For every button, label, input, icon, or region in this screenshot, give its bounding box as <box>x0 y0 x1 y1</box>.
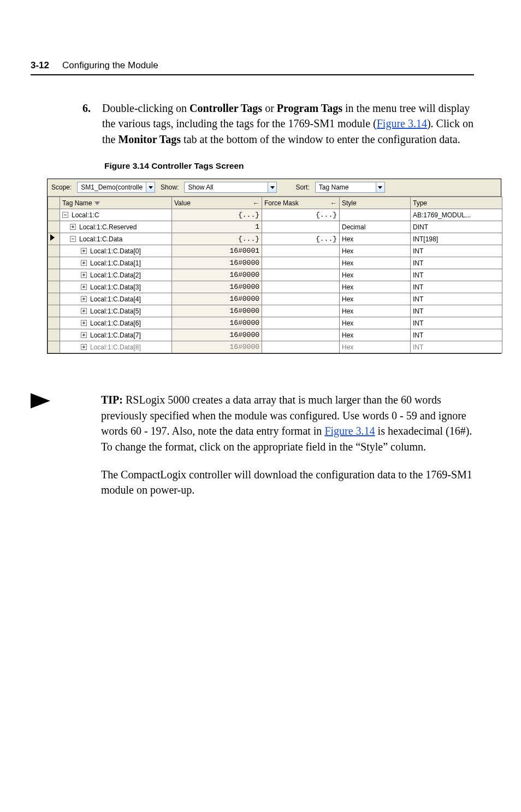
cell-tag-name[interactable]: +Local:1:C.Data[3] <box>60 281 172 293</box>
cell-force-mask[interactable] <box>262 293 340 305</box>
col-header-tag-name[interactable]: Tag Name <box>60 197 172 209</box>
table-row[interactable]: +Local:1:C.Data[8]16#0000HexINT <box>48 341 502 353</box>
cell-tag-name[interactable]: +Local:1:C.Reserved <box>60 221 172 233</box>
table-row[interactable]: +Local:1:C.Reserved1DecimalDINT <box>48 221 502 233</box>
cell-style[interactable]: Decimal <box>340 221 411 233</box>
table-row[interactable]: +Local:1:C.Data[5]16#0000HexINT <box>48 305 502 317</box>
cell-style[interactable]: Hex <box>340 245 411 257</box>
chevron-down-icon[interactable] <box>376 182 384 192</box>
chevron-down-icon[interactable] <box>146 182 155 192</box>
cell-tag-name[interactable]: +Local:1:C.Data[7] <box>60 329 172 341</box>
bold-program-tags: Program Tags <box>277 102 342 114</box>
cell-value[interactable]: 16#0000 <box>172 269 262 281</box>
col-header-type[interactable]: Type <box>411 197 502 209</box>
col-header-force-mask[interactable]: Force Mask← <box>262 197 340 209</box>
cell-force-mask[interactable] <box>262 317 340 329</box>
col-header-style[interactable]: Style <box>340 197 411 209</box>
cell-value[interactable]: 16#0000 <box>172 293 262 305</box>
table-row[interactable]: −Local:1:C.Data{...}{...}HexINT[198] <box>48 233 502 245</box>
expand-icon[interactable]: + <box>81 332 87 338</box>
expand-icon[interactable]: + <box>81 284 87 290</box>
row-header[interactable] <box>48 305 60 317</box>
cell-force-mask[interactable]: {...} <box>262 233 340 245</box>
col-header-value[interactable]: Value← <box>172 197 262 209</box>
cell-force-mask[interactable] <box>262 257 340 269</box>
table-row[interactable]: +Local:1:C.Data[1]16#0000HexINT <box>48 257 502 269</box>
cell-style[interactable]: Hex <box>340 269 411 281</box>
table-row[interactable]: +Local:1:C.Data[3]16#0000HexINT <box>48 281 502 293</box>
table-row[interactable]: +Local:1:C.Data[0]16#0001HexINT <box>48 245 502 257</box>
link-figure-3-14[interactable]: Figure 3.14 <box>324 425 375 437</box>
show-dropdown[interactable]: Show All <box>184 182 277 193</box>
link-figure-3-14[interactable]: Figure 3.14 <box>377 117 427 129</box>
cell-value[interactable]: 16#0000 <box>172 305 262 317</box>
collapse-icon[interactable]: − <box>62 212 68 218</box>
cell-tag-name[interactable]: −Local:1:C <box>60 209 172 221</box>
row-header[interactable] <box>48 245 60 257</box>
cell-style[interactable]: Hex <box>340 317 411 329</box>
table-row[interactable]: +Local:1:C.Data[6]16#0000HexINT <box>48 317 502 329</box>
row-header[interactable] <box>48 233 60 245</box>
cell-value[interactable]: 16#0000 <box>172 317 262 329</box>
row-header[interactable] <box>48 257 60 269</box>
table-row[interactable]: +Local:1:C.Data[4]16#0000HexINT <box>48 293 502 305</box>
cell-force-mask[interactable] <box>262 281 340 293</box>
cell-tag-name[interactable]: +Local:1:C.Data[5] <box>60 305 172 317</box>
cell-value[interactable]: 16#0000 <box>172 257 262 269</box>
row-header[interactable] <box>48 209 60 221</box>
cell-value[interactable]: 1 <box>172 221 262 233</box>
expand-icon[interactable]: + <box>81 308 87 314</box>
cell-value[interactable]: 16#0000 <box>172 281 262 293</box>
cell-style[interactable] <box>340 209 411 221</box>
cell-force-mask[interactable] <box>262 305 340 317</box>
cell-style[interactable]: Hex <box>340 305 411 317</box>
cell-force-mask[interactable] <box>262 269 340 281</box>
cell-tag-name[interactable]: +Local:1:C.Data[8] <box>60 341 172 353</box>
expand-icon[interactable]: + <box>81 296 87 302</box>
cell-style[interactable]: Hex <box>340 341 411 353</box>
cell-value[interactable]: {...} <box>172 233 262 245</box>
scope-dropdown[interactable]: SM1_Demo(controlle <box>77 182 155 193</box>
cell-tag-name[interactable]: +Local:1:C.Data[1] <box>60 257 172 269</box>
expand-icon[interactable]: + <box>81 260 87 266</box>
expand-icon[interactable]: + <box>81 320 87 326</box>
sort-dropdown[interactable]: Tag Name <box>315 182 385 193</box>
cell-value[interactable]: 16#0000 <box>172 329 262 341</box>
row-header[interactable] <box>48 341 60 353</box>
col-label: Tag Name <box>62 199 92 207</box>
cell-force-mask[interactable]: {...} <box>262 209 340 221</box>
cell-style[interactable]: Hex <box>340 293 411 305</box>
cell-tag-name[interactable]: +Local:1:C.Data[4] <box>60 293 172 305</box>
cell-value[interactable]: 16#0001 <box>172 245 262 257</box>
cell-value[interactable]: {...} <box>172 209 262 221</box>
cell-force-mask[interactable] <box>262 329 340 341</box>
cell-style[interactable]: Hex <box>340 257 411 269</box>
collapse-icon[interactable]: − <box>70 236 76 242</box>
cell-style[interactable]: Hex <box>340 281 411 293</box>
expand-icon[interactable]: + <box>81 272 87 278</box>
cell-tag-name[interactable]: +Local:1:C.Data[6] <box>60 317 172 329</box>
expand-icon[interactable]: + <box>81 248 87 254</box>
row-header[interactable] <box>48 317 60 329</box>
cell-force-mask[interactable] <box>262 245 340 257</box>
row-header[interactable] <box>48 329 60 341</box>
cell-tag-name[interactable]: −Local:1:C.Data <box>60 233 172 245</box>
cell-value[interactable]: 16#0000 <box>172 341 262 353</box>
chevron-down-icon[interactable] <box>268 182 276 192</box>
cell-tag-name[interactable]: +Local:1:C.Data[2] <box>60 269 172 281</box>
table-row[interactable]: −Local:1:C{...}{...}AB:1769_MODUL... <box>48 209 502 221</box>
expand-icon[interactable]: + <box>81 344 87 350</box>
cell-style[interactable]: Hex <box>340 233 411 245</box>
cell-force-mask[interactable] <box>262 221 340 233</box>
expand-icon[interactable]: + <box>70 224 76 230</box>
row-header[interactable] <box>48 293 60 305</box>
table-row[interactable]: +Local:1:C.Data[2]16#0000HexINT <box>48 269 502 281</box>
row-header[interactable] <box>48 281 60 293</box>
row-header[interactable] <box>48 221 60 233</box>
cell-tag-name[interactable]: +Local:1:C.Data[0] <box>60 245 172 257</box>
tip-arrow-icon <box>31 393 50 498</box>
cell-force-mask[interactable] <box>262 341 340 353</box>
cell-style[interactable]: Hex <box>340 329 411 341</box>
row-header[interactable] <box>48 269 60 281</box>
table-row[interactable]: +Local:1:C.Data[7]16#0000HexINT <box>48 329 502 341</box>
